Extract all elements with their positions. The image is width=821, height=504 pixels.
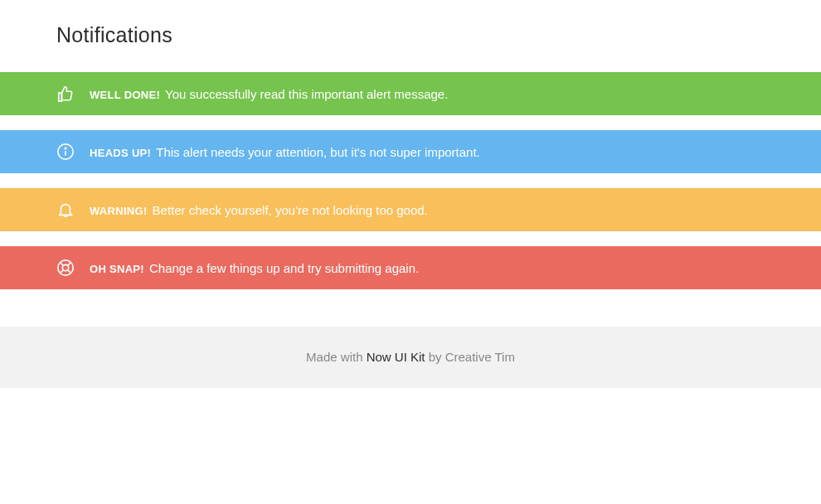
- footer-prefix: Made with: [306, 350, 367, 364]
- svg-line-5: [61, 263, 64, 266]
- alert-info: HEADS UP! This alert needs your attentio…: [0, 130, 821, 173]
- alert-label: OH SNAP!: [90, 263, 144, 275]
- page-header: Notifications: [0, 0, 821, 72]
- alert-danger: OH SNAP! Change a few things up and try …: [0, 246, 821, 289]
- footer-text: Made with Now UI Kit by Creative Tim: [306, 350, 515, 364]
- alert-content: WELL DONE! You successfully read this im…: [90, 87, 448, 101]
- alert-label: WARNING!: [90, 205, 148, 217]
- alert-label: WELL DONE!: [90, 89, 160, 101]
- alert-label: HEADS UP!: [90, 147, 151, 159]
- svg-point-2: [65, 148, 66, 148]
- alert-content: WARNING! Better check yourself, you're n…: [90, 203, 428, 217]
- bell-icon: [56, 201, 75, 219]
- alert-warning: WARNING! Better check yourself, you're n…: [0, 188, 821, 231]
- thumbs-up-icon: [56, 85, 75, 103]
- alert-content: OH SNAP! Change a few things up and try …: [90, 261, 419, 275]
- footer-link[interactable]: Now UI Kit: [367, 350, 425, 364]
- alert-message: You successfully read this important ale…: [165, 87, 448, 101]
- svg-point-4: [62, 264, 68, 270]
- alert-content: HEADS UP! This alert needs your attentio…: [90, 145, 480, 159]
- footer-suffix: by Creative Tim: [425, 350, 515, 364]
- svg-line-6: [68, 270, 71, 274]
- alert-message: Change a few things up and try submittin…: [149, 261, 419, 275]
- alerts-container: WELL DONE! You successfully read this im…: [0, 72, 821, 289]
- alert-message: This alert needs your attention, but it'…: [156, 145, 480, 159]
- alert-message: Better check yourself, you're not lookin…: [153, 203, 428, 217]
- page-title: Notifications: [56, 23, 765, 47]
- lifebuoy-icon: [56, 259, 75, 277]
- info-icon: [56, 143, 75, 161]
- alert-success: WELL DONE! You successfully read this im…: [0, 72, 821, 115]
- svg-line-7: [61, 270, 64, 274]
- footer: Made with Now UI Kit by Creative Tim: [0, 327, 821, 388]
- svg-line-8: [68, 263, 71, 266]
